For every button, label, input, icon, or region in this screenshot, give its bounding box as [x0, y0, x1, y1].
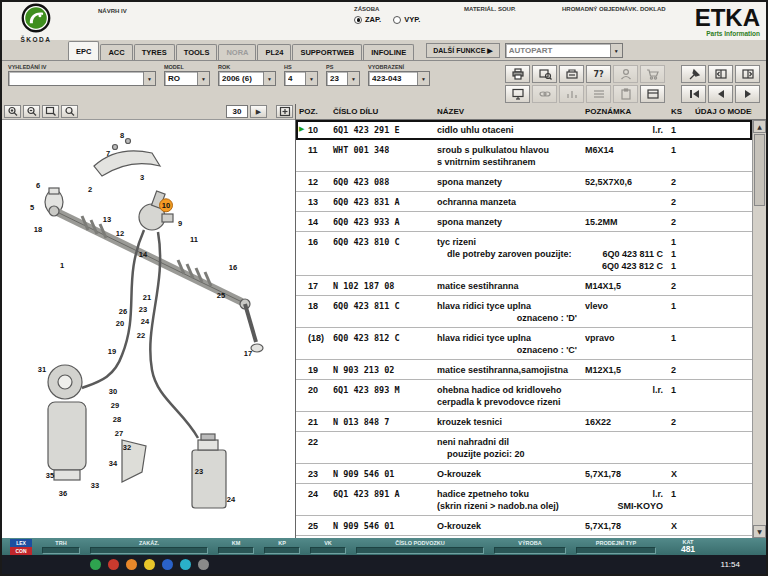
table-row[interactable]: ▶106Q1 423 291 Ecidlo uhlu otacenil.r.1: [296, 120, 752, 140]
pin-button[interactable]: [681, 65, 706, 83]
diagram-callout-3[interactable]: 3: [140, 173, 144, 182]
help-button[interactable]: 7?: [586, 65, 611, 83]
table-row[interactable]: 23N 909 546 01O-krouzek5,7X1,78X: [296, 464, 752, 484]
tab-nora[interactable]: NORA: [218, 44, 256, 60]
fax-button[interactable]: [559, 65, 584, 83]
chart-button[interactable]: [559, 85, 584, 103]
tab-epc[interactable]: EPC: [68, 41, 99, 60]
diagram-callout-32[interactable]: 32: [123, 443, 131, 452]
vyp-radio[interactable]: VYP.: [393, 15, 420, 24]
chevron-down-icon[interactable]: ▼: [263, 72, 275, 85]
hs-select[interactable]: 4 ▼: [284, 71, 318, 86]
table-row[interactable]: 166Q0 423 810 Ctyc rizenidle potreby zar…: [296, 232, 752, 276]
monitor-button[interactable]: [505, 85, 530, 103]
table-row[interactable]: (18)6Q0 423 812 Chlava ridici tyce uplna…: [296, 328, 752, 360]
table-row[interactable]: 146Q0 423 933 Aspona manzety15.2MM2: [296, 212, 752, 232]
table-row[interactable]: 21N 013 848 7krouzek tesnici16X222: [296, 412, 752, 432]
ps-select[interactable]: 23 ▼: [326, 71, 360, 86]
chevron-down-icon[interactable]: ▼: [197, 72, 209, 85]
vyobrazeni-select[interactable]: 423-043 ▼: [368, 71, 430, 86]
parts-diagram[interactable]: 7865231091113121416252123242220261917181…: [2, 120, 295, 538]
diagram-callout-33[interactable]: 33: [91, 481, 99, 490]
user-button[interactable]: [613, 65, 638, 83]
clipboard-button[interactable]: [613, 85, 638, 103]
chevron-down-icon[interactable]: ▼: [417, 72, 429, 85]
rok-select[interactable]: 2006 (6) ▼: [218, 71, 276, 86]
zoom-fit-button[interactable]: [61, 105, 78, 118]
chevron-down-icon[interactable]: ▼: [143, 72, 155, 85]
diagram-callout-36[interactable]: 36: [59, 489, 67, 498]
tab-tyres[interactable]: TYRES: [134, 44, 175, 60]
diagram-callout-7[interactable]: 7: [106, 149, 110, 158]
scroll-down-button[interactable]: ▼: [753, 525, 766, 538]
diagram-callout-17[interactable]: 17: [244, 349, 252, 358]
diagram-callout-6[interactable]: 6: [36, 181, 40, 190]
vyhledani-select[interactable]: ▼: [8, 71, 156, 86]
diagram-callout-19[interactable]: 19: [108, 347, 116, 356]
diagram-callout-20[interactable]: 20: [116, 319, 124, 328]
scrollbar-thumb[interactable]: [754, 134, 765, 206]
chevron-down-icon[interactable]: ▼: [610, 44, 622, 57]
diagram-callout-13[interactable]: 13: [103, 215, 111, 224]
taskbar-app-icon-1[interactable]: [108, 559, 119, 570]
table-row[interactable]: 186Q0 423 811 Chlava ridici tyce uplnaoz…: [296, 296, 752, 328]
table-scrollbar[interactable]: ▲ ▼: [752, 120, 766, 538]
diagram-callout-23[interactable]: 23: [139, 305, 147, 314]
os-taskbar[interactable]: 11:54: [2, 555, 766, 574]
table-row[interactable]: 136Q0 423 831 Aochranna manzeta 2: [296, 192, 752, 212]
diagram-callout-24[interactable]: 24: [227, 495, 236, 504]
diagram-callout-22[interactable]: 22: [137, 331, 145, 340]
link-button[interactable]: [532, 85, 557, 103]
diagram-callout-1[interactable]: 1: [60, 261, 64, 270]
diagram-callout-9[interactable]: 9: [178, 219, 182, 228]
next-page-button[interactable]: [735, 85, 760, 103]
diagram-callout-29[interactable]: 29: [111, 401, 119, 410]
table-row[interactable]: 17N 102 187 08matice sestihrannaM14X1,52: [296, 276, 752, 296]
catalog-prev-button[interactable]: [708, 65, 733, 83]
zap-radio[interactable]: ZAP.: [354, 15, 381, 24]
catalog-next-button[interactable]: [735, 65, 760, 83]
diagram-callout-23[interactable]: 23: [195, 467, 203, 476]
diagram-callout-2[interactable]: 2: [88, 185, 92, 194]
table-row[interactable]: 22 neni nahradni dilpouzijte pozici: 20: [296, 432, 752, 464]
diagram-callout-25[interactable]: 25: [217, 291, 225, 300]
diagram-callout-30[interactable]: 30: [109, 387, 117, 396]
list-button[interactable]: [586, 85, 611, 103]
table-row[interactable]: 11WHT 001 348sroub s pulkulatou hlavous …: [296, 140, 752, 172]
diagram-callout-18[interactable]: 18: [34, 225, 42, 234]
zoom-window-button[interactable]: [42, 105, 59, 118]
model-select[interactable]: RO ▼: [164, 71, 210, 86]
diagram-callout-10[interactable]: 10: [162, 201, 170, 210]
diagram-callout-16[interactable]: 16: [229, 263, 237, 272]
diagram-callout-31[interactable]: 31: [38, 365, 46, 374]
diagram-callout-24[interactable]: 24: [141, 317, 150, 326]
table-row[interactable]: 19N 903 213 02matice sestihranna,samojis…: [296, 360, 752, 380]
scroll-up-button[interactable]: ▲: [753, 120, 766, 133]
cart-button[interactable]: [640, 65, 665, 83]
diagram-callout-12[interactable]: 12: [116, 229, 124, 238]
table-row[interactable]: 206Q1 423 893 Mohebna hadice od kridlove…: [296, 380, 752, 412]
first-page-button[interactable]: [681, 85, 706, 103]
tab-tools[interactable]: TOOLS: [176, 44, 218, 60]
autopart-select[interactable]: AUTOPART ▼: [505, 43, 623, 58]
diagram-callout-27[interactable]: 27: [115, 429, 123, 438]
tab-supportweb[interactable]: SUPPORTWEB: [292, 44, 362, 60]
expand-button[interactable]: [276, 105, 293, 118]
prev-page-button[interactable]: [708, 85, 733, 103]
chevron-down-icon[interactable]: ▼: [305, 72, 317, 85]
zoom-in-button[interactable]: [4, 105, 21, 118]
taskbar-app-icon-2[interactable]: [126, 559, 137, 570]
taskbar-app-icon-3[interactable]: [144, 559, 155, 570]
tab-infoline[interactable]: INFOLINE: [363, 44, 414, 60]
diagram-callout-8[interactable]: 8: [120, 131, 124, 140]
tab-acc[interactable]: ACC: [100, 44, 132, 60]
print-preview-button[interactable]: [532, 65, 557, 83]
table-row[interactable]: 126Q0 423 088spona manzety52,5X7X0,62: [296, 172, 752, 192]
diagram-callout-35[interactable]: 35: [46, 471, 54, 480]
diagram-callout-28[interactable]: 28: [113, 415, 121, 424]
diagram-callout-11[interactable]: 11: [190, 235, 198, 244]
print-button[interactable]: [505, 65, 530, 83]
scrollbar-track[interactable]: [753, 207, 766, 525]
zoom-out-button[interactable]: [23, 105, 40, 118]
table-row[interactable]: 246Q1 423 891 Ahadice zpetneho toku(skri…: [296, 484, 752, 516]
